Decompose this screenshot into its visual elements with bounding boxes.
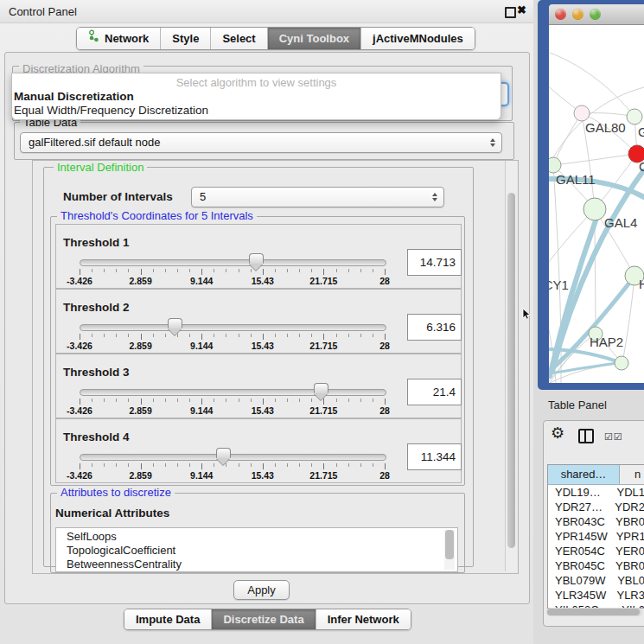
tab-jactivemnodules[interactable]: jActiveMNodules bbox=[360, 28, 475, 49]
scrollbar-thumb[interactable] bbox=[445, 530, 454, 559]
threshold-value-field[interactable]: 6.316 bbox=[407, 314, 462, 341]
spinner-arrows-icon[interactable] bbox=[490, 138, 495, 147]
numerical-attributes-list[interactable]: SelfLoopsTopologicalCoefficientBetweenne… bbox=[55, 527, 458, 572]
cell-shared-name[interactable]: YDR27… bbox=[548, 500, 606, 514]
threshold-label: Threshold 1 bbox=[63, 236, 130, 249]
cell-shared-name[interactable]: YDL19… bbox=[548, 485, 608, 500]
column-header-name[interactable]: n bbox=[620, 465, 644, 484]
mac-close-button[interactable] bbox=[555, 9, 566, 20]
mac-minimize-button[interactable] bbox=[572, 9, 583, 20]
network-node[interactable] bbox=[583, 198, 606, 220]
network-canvas[interactable]: GAL80GCGAL11GAL4GCY1HHAP2 bbox=[549, 25, 644, 383]
tick-label: -3.426 bbox=[67, 470, 92, 481]
checkbox-pair-icon[interactable]: ☑☑ bbox=[604, 431, 623, 443]
tick-label: -3.426 bbox=[67, 276, 92, 286]
network-node[interactable] bbox=[549, 157, 561, 173]
tick-label: 9.144 bbox=[190, 470, 213, 481]
cell-shared-name[interactable]: YBL079W bbox=[548, 573, 609, 588]
threshold-label: Threshold 2 bbox=[63, 301, 130, 314]
table-rows: YDL19…YDL1YDR27…YDR2YBR043CYBR0YPR145WYP… bbox=[548, 485, 644, 609]
tab-impute-data[interactable]: Impute Data bbox=[124, 609, 211, 629]
tab-select[interactable]: Select bbox=[210, 28, 266, 49]
table-row[interactable]: YBR045CYBR0 bbox=[548, 558, 644, 573]
table-row[interactable]: YBL079WYBL0 bbox=[548, 573, 644, 588]
column-header-shared-name[interactable]: shared… bbox=[548, 465, 620, 484]
apply-button[interactable]: Apply bbox=[233, 580, 290, 600]
threshold-value-field[interactable]: 21.4 bbox=[407, 379, 462, 405]
cell-shared-name[interactable]: YLR345W bbox=[548, 588, 608, 603]
tab-network[interactable]: Network bbox=[77, 28, 160, 49]
split-columns-icon[interactable] bbox=[578, 429, 594, 443]
table-panel-title: Table Panel bbox=[548, 399, 607, 411]
float-window-icon[interactable] bbox=[505, 7, 516, 18]
threshold-label: Threshold 3 bbox=[63, 366, 130, 379]
gear-icon[interactable]: ⚙ bbox=[551, 424, 564, 443]
cell-shared-name[interactable]: YPR145W bbox=[548, 529, 608, 544]
tick-label: -3.426 bbox=[67, 341, 92, 351]
network-node[interactable] bbox=[615, 356, 628, 370]
slider-ticks: -3.4262.8599.14415.4321.71528 bbox=[80, 269, 386, 287]
cell-name[interactable]: YBL0 bbox=[609, 573, 644, 588]
slider-track[interactable] bbox=[80, 389, 386, 396]
scrollbar-thumb[interactable] bbox=[547, 609, 640, 615]
table-data-combobox[interactable]: galFiltered.sif default node bbox=[20, 132, 502, 153]
tab-discretize-data[interactable]: Discretize Data bbox=[211, 609, 315, 629]
cell-name[interactable]: YPR1 bbox=[608, 529, 644, 544]
tick-label: 28 bbox=[379, 341, 390, 351]
slider-thumb[interactable] bbox=[314, 383, 328, 393]
close-icon[interactable]: ✖ bbox=[517, 3, 526, 16]
network-node[interactable] bbox=[574, 105, 590, 121]
horizontal-scrollbar[interactable] bbox=[546, 608, 642, 616]
mouse-cursor bbox=[522, 309, 532, 322]
tab-cyni-toolbox[interactable]: Cyni Toolbox bbox=[267, 28, 360, 49]
thresholds-group-title: Threshold's Coordinates for 5 Intervals bbox=[57, 210, 257, 222]
cell-name[interactable]: YLR3 bbox=[608, 588, 644, 603]
network-edge[interactable] bbox=[553, 154, 637, 165]
network-edge[interactable] bbox=[553, 113, 582, 165]
table-row[interactable]: YDR27…YDR2 bbox=[548, 500, 644, 514]
cell-shared-name[interactable]: YER054C bbox=[548, 544, 607, 558]
slider-thumb[interactable] bbox=[249, 253, 264, 264]
tab-style[interactable]: Style bbox=[160, 28, 210, 49]
slider-track[interactable] bbox=[80, 454, 386, 461]
attribute-list-item[interactable]: TopologicalCoefficient bbox=[56, 544, 457, 558]
network-node[interactable] bbox=[627, 109, 642, 124]
threshold-value-field[interactable]: 14.713 bbox=[407, 249, 462, 276]
cell-name[interactable]: YDR2 bbox=[606, 500, 644, 514]
spinner-arrows-icon[interactable] bbox=[432, 193, 437, 201]
screen: Control Panel ✖ Network Style Se bbox=[0, 0, 644, 644]
cell-name[interactable]: YDL1 bbox=[608, 485, 644, 500]
attribute-list-item[interactable]: SelfLoops bbox=[56, 530, 457, 544]
dropdown-option-manual[interactable]: Manual Discretization bbox=[14, 90, 134, 103]
node-table[interactable]: shared… n YDL19…YDL1YDR27…YDR2YBR043CYBR… bbox=[547, 464, 644, 609]
table-row[interactable]: YER054CYER0 bbox=[548, 544, 644, 558]
attribute-list-item[interactable]: BetweennessCentrality bbox=[56, 558, 457, 571]
table-row[interactable]: YLR345WYLR3 bbox=[548, 588, 644, 603]
cell-name[interactable]: YBR0 bbox=[607, 514, 644, 529]
list-scrollbar[interactable] bbox=[444, 530, 455, 570]
tab-infer-network[interactable]: Infer Network bbox=[316, 609, 411, 629]
dropdown-option-equal-width[interactable]: Equal Width/Frequency Discretization bbox=[14, 104, 208, 117]
number-of-intervals-spinner[interactable]: 5 bbox=[191, 187, 444, 207]
cell-shared-name[interactable]: YBR043C bbox=[548, 514, 607, 529]
table-header-row: shared… n bbox=[548, 465, 644, 485]
tick-label: 28 bbox=[379, 276, 390, 286]
tab-label: Select bbox=[222, 28, 255, 49]
network-edge[interactable] bbox=[550, 53, 634, 117]
cell-name[interactable]: YBR0 bbox=[607, 558, 644, 573]
cell-shared-name[interactable]: YBR045C bbox=[548, 558, 607, 573]
network-edge[interactable] bbox=[550, 363, 622, 383]
slider-track[interactable] bbox=[80, 259, 386, 266]
slider-track[interactable] bbox=[80, 324, 386, 331]
table-row[interactable]: YDL19…YDL1 bbox=[548, 485, 644, 500]
cell-name[interactable]: YER0 bbox=[607, 544, 644, 558]
table-row[interactable]: YBR043CYBR0 bbox=[548, 514, 644, 529]
slider-thumb[interactable] bbox=[216, 448, 231, 458]
mac-zoom-button[interactable] bbox=[590, 9, 601, 20]
scrollbar-thumb[interactable] bbox=[507, 193, 515, 548]
slider-thumb[interactable] bbox=[168, 318, 182, 328]
table-row[interactable]: YPR145WYPR1 bbox=[548, 529, 644, 544]
network-window-titlebar[interactable] bbox=[549, 4, 644, 25]
vertical-scrollbar[interactable] bbox=[505, 161, 517, 571]
threshold-value-field[interactable]: 11.344 bbox=[407, 443, 462, 470]
